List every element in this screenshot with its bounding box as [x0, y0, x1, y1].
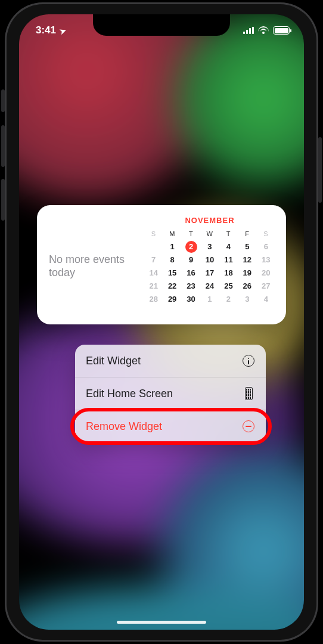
calendar-day-header: F — [238, 227, 256, 240]
location-services-icon: ➤ — [58, 25, 67, 36]
calendar-day-cell: 24 — [200, 280, 219, 293]
calendar-day-cell: 2 — [182, 240, 200, 253]
menu-label-remove-widget: Remove Widget — [86, 420, 162, 433]
phone-frame: 3:41 ➤ No more events today NOVEMBER SMT… — [5, 2, 318, 642]
calendar-day-cell: 5 — [238, 240, 256, 253]
calendar-day-cell: 6 — [257, 240, 275, 253]
calendar-day-cell: 7 — [144, 253, 163, 267]
calendar-day-header: T — [219, 227, 238, 240]
calendar-day-cell: 20 — [257, 267, 275, 280]
calendar-day-cell: 1 — [200, 293, 219, 306]
widget-events-area: No more events today — [49, 216, 144, 316]
calendar-day-cell: 22 — [163, 280, 181, 293]
calendar-day-cell: 12 — [238, 253, 256, 267]
calendar-day-cell: 18 — [219, 267, 238, 280]
calendar-day-cell: 26 — [238, 280, 256, 293]
calendar-day-cell: 28 — [144, 293, 163, 306]
widget-calendar-area: NOVEMBER SMTWTFS123456789101112131415161… — [144, 216, 275, 316]
wifi-icon — [258, 26, 269, 35]
power-button[interactable] — [318, 137, 322, 203]
menu-label-edit-home: Edit Home Screen — [86, 388, 173, 400]
calendar-day-cell: 27 — [257, 280, 275, 293]
calendar-day-cell: 10 — [200, 253, 219, 267]
calendar-day-cell: 23 — [182, 280, 200, 293]
calendar-day-cell: 8 — [163, 253, 181, 267]
calendar-day-cell: 17 — [200, 267, 219, 280]
widget-context-menu: Edit Widget Edit Home Screen Remove Widg… — [75, 345, 266, 442]
battery-icon — [273, 26, 290, 35]
calendar-day-cell: 25 — [219, 280, 238, 293]
apps-grid-icon — [242, 387, 255, 400]
menu-label-edit-widget: Edit Widget — [86, 355, 141, 367]
screen: 3:41 ➤ No more events today NOVEMBER SMT… — [19, 14, 304, 630]
calendar-month-label: NOVEMBER — [144, 216, 275, 225]
calendar-day-header: W — [200, 227, 219, 240]
status-left: 3:41 ➤ — [36, 24, 66, 36]
calendar-day-cell: 2 — [219, 293, 238, 306]
calendar-grid: SMTWTFS123456789101112131415161718192021… — [144, 227, 275, 306]
menu-item-remove-widget[interactable]: Remove Widget — [75, 410, 266, 442]
calendar-day-cell: 19 — [238, 267, 256, 280]
no-events-text: No more events today — [49, 253, 138, 280]
status-right — [243, 26, 290, 35]
calendar-day-header: S — [257, 227, 275, 240]
calendar-day-cell: 4 — [257, 293, 275, 306]
calendar-day-cell: 21 — [144, 280, 163, 293]
calendar-day-cell: 3 — [238, 293, 256, 306]
calendar-day-cell: 1 — [163, 240, 181, 253]
calendar-day-header: M — [163, 227, 181, 240]
calendar-day-cell — [144, 240, 163, 253]
calendar-day-cell: 11 — [219, 253, 238, 267]
calendar-day-cell: 9 — [182, 253, 200, 267]
calendar-day-cell: 3 — [200, 240, 219, 253]
home-indicator[interactable] — [117, 621, 206, 624]
menu-item-edit-home-screen[interactable]: Edit Home Screen — [75, 377, 266, 410]
notch — [93, 14, 230, 36]
calendar-widget[interactable]: No more events today NOVEMBER SMTWTFS123… — [37, 205, 286, 324]
calendar-day-header: S — [144, 227, 163, 240]
calendar-day-cell: 16 — [182, 267, 200, 280]
calendar-day-cell: 30 — [182, 293, 200, 306]
calendar-day-cell: 14 — [144, 267, 163, 280]
info-icon — [242, 354, 255, 367]
minus-circle-icon — [242, 420, 255, 433]
status-time: 3:41 — [36, 24, 56, 36]
calendar-day-cell: 15 — [163, 267, 181, 280]
calendar-day-cell: 13 — [257, 253, 275, 267]
calendar-day-header: T — [182, 227, 200, 240]
menu-item-edit-widget[interactable]: Edit Widget — [75, 345, 266, 377]
cellular-signal-icon — [243, 27, 254, 34]
calendar-day-cell: 29 — [163, 293, 181, 306]
calendar-day-cell: 4 — [219, 240, 238, 253]
